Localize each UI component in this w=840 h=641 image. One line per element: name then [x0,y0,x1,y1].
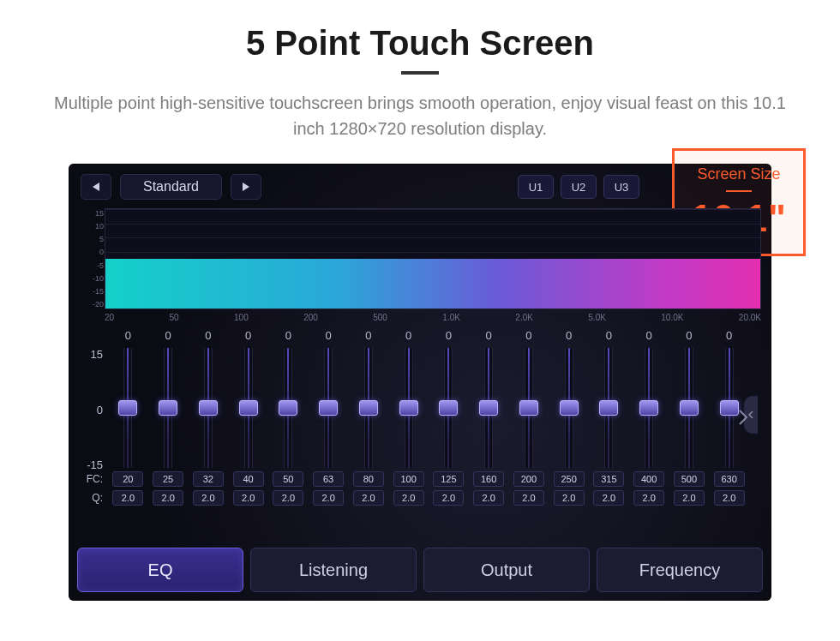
band-fc-value[interactable]: 50 [273,471,303,487]
band-slider[interactable] [123,348,132,468]
band-fc-value[interactable]: 250 [554,471,585,487]
slider-knob[interactable] [439,400,458,416]
spectrum-y-tick: -20 [80,300,104,309]
band-slider[interactable] [164,348,172,468]
eq-band-10: 02002.0 [509,329,549,506]
band-fc-value[interactable]: 500 [674,471,705,487]
band-fc-value[interactable]: 125 [433,471,464,487]
band-slider[interactable] [284,348,292,468]
band-q-value[interactable]: 2.0 [513,490,544,506]
band-slider[interactable] [364,348,373,468]
band-q-value[interactable]: 2.0 [112,490,143,506]
band-slider[interactable] [444,348,453,468]
band-fc-value[interactable]: 63 [313,471,344,487]
band-q-value[interactable]: 2.0 [633,490,664,506]
band-q-value[interactable]: 2.0 [273,490,303,506]
band-fc-value[interactable]: 20 [112,471,143,487]
badge-title: Screen Size [697,165,780,183]
fc-row-label: FC: [77,473,103,485]
band-gain-value: 0 [566,329,572,344]
band-slider[interactable] [484,348,493,468]
band-slider[interactable] [725,348,734,468]
band-fc-value[interactable]: 100 [393,471,424,487]
band-slider[interactable] [525,348,533,468]
band-q-value[interactable]: 2.0 [714,490,745,506]
user-preset-u2[interactable]: U2 [561,175,597,199]
band-gain-value: 0 [646,329,652,344]
tab-frequency[interactable]: Frequency [597,548,763,592]
slider-knob[interactable] [239,400,258,416]
slider-knob[interactable] [639,400,658,416]
band-q-value[interactable]: 2.0 [353,490,384,506]
slider-knob[interactable] [479,400,498,416]
band-q-value[interactable]: 2.0 [233,490,264,506]
band-slider[interactable] [204,348,213,468]
slider-knob[interactable] [560,400,579,416]
chevron-right-icon [738,409,748,426]
preset-next-button[interactable] [231,174,261,200]
band-fc-value[interactable]: 315 [593,471,624,487]
band-slider[interactable] [405,348,413,468]
slider-knob[interactable] [279,400,297,416]
band-q-value[interactable]: 2.0 [393,490,424,506]
band-slider[interactable] [645,348,653,468]
spectrum-y-tick: -10 [80,274,104,283]
band-q-value[interactable]: 2.0 [593,490,624,506]
device-screen: Screen Size 10.1" Standard U1U2U3 151050… [69,164,771,601]
band-slider[interactable] [604,348,613,468]
band-q-value[interactable]: 2.0 [674,490,705,506]
eq-band-8: 01252.0 [429,329,469,506]
slider-knob[interactable] [319,400,338,416]
slider-knob[interactable] [359,400,378,416]
spectrum-y-tick: 5 [80,235,104,243]
tab-listening[interactable]: Listening [250,548,417,592]
band-q-value[interactable]: 2.0 [153,490,183,506]
eq-band-13: 04002.0 [629,329,669,506]
spectrum-y-tick: 10 [80,222,104,231]
band-slider[interactable] [685,348,693,468]
band-fc-value[interactable]: 40 [233,471,264,487]
band-q-value[interactable]: 2.0 [554,490,585,506]
band-slider[interactable] [565,348,573,468]
band-fc-value[interactable]: 32 [193,471,224,487]
band-fc-value[interactable]: 160 [473,471,504,487]
slider-knob[interactable] [680,400,699,416]
slider-knob[interactable] [118,400,137,416]
tab-eq[interactable]: EQ [77,548,243,592]
band-fc-value[interactable]: 25 [153,471,183,487]
title-underline [401,71,439,75]
preset-label[interactable]: Standard [120,174,222,200]
eq-band-0: 0202.0 [108,329,148,506]
slider-knob[interactable] [159,400,177,416]
slider-knob[interactable] [399,400,418,416]
spectrum-x-tick: 100 [234,313,249,322]
band-q-value[interactable]: 2.0 [473,490,504,506]
band-gain-value: 0 [285,329,291,344]
slider-y-tick: 15 [77,348,103,361]
slider-knob[interactable] [599,400,618,416]
page-subtitle: Multiple point high-sensitive touchscree… [47,90,793,141]
tab-output[interactable]: Output [423,548,590,592]
band-slider[interactable] [244,348,253,468]
band-fc-value[interactable]: 400 [633,471,664,487]
band-fc-value[interactable]: 80 [353,471,384,487]
band-q-value[interactable]: 2.0 [313,490,344,506]
band-q-value[interactable]: 2.0 [433,490,464,506]
slider-knob[interactable] [519,400,538,416]
eq-band-2: 0322.0 [189,329,229,506]
band-q-value[interactable]: 2.0 [193,490,224,506]
sliders-next-button[interactable] [734,392,753,443]
band-gain-value: 0 [405,329,411,344]
spectrum-x-tick: 2.0K [515,313,533,322]
slider-knob[interactable] [199,400,218,416]
spectrum-y-tick: 15 [80,209,104,218]
band-fc-value[interactable]: 630 [714,471,745,487]
band-fc-value[interactable]: 200 [513,471,544,487]
spectrum-x-tick: 10.0K [661,313,683,322]
user-preset-u1[interactable]: U1 [518,175,554,199]
bottom-tabs: EQListeningOutputFrequency [77,548,763,592]
band-slider[interactable] [324,348,333,468]
user-preset-u3[interactable]: U3 [603,175,639,199]
slider-knob[interactable] [720,400,739,416]
preset-prev-button[interactable] [81,174,111,200]
